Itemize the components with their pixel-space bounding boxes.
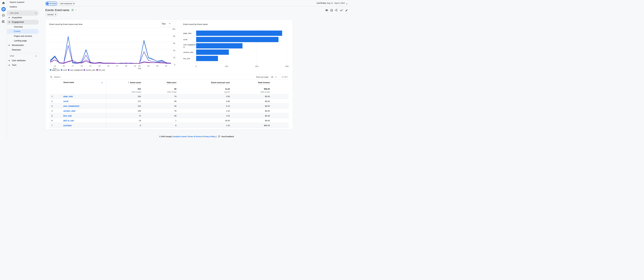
- svg-text:0: 0: [196, 65, 197, 67]
- svg-text:user_engageme: user_engageme: [183, 44, 196, 46]
- svg-text:nt: nt: [183, 46, 185, 48]
- svg-text:session_start: session_start: [183, 51, 193, 53]
- svg-text:scroll: scroll: [183, 39, 187, 40]
- svg-text:300: 300: [285, 65, 288, 67]
- svg-text:200: 200: [255, 65, 258, 67]
- svg-text:first_visit: first_visit: [183, 58, 190, 60]
- svg-text:100: 100: [225, 65, 228, 67]
- svg-text:page_view: page_view: [183, 32, 192, 34]
